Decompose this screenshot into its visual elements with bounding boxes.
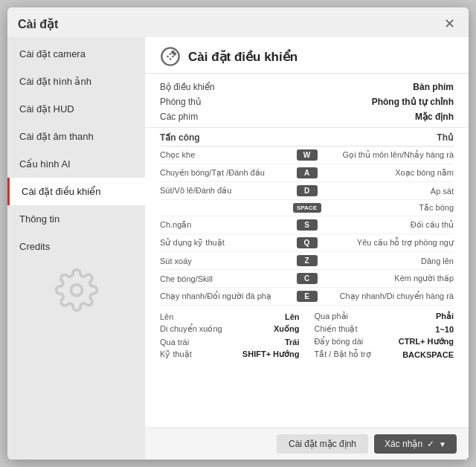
dir-left-value: SHIFT+ Hướng	[242, 350, 300, 359]
controller-icon	[160, 46, 181, 67]
reset-button[interactable]: Cài đặt mặc định	[277, 434, 368, 454]
direction-row: Di chuyển xuống Xuống Chiến thuật 1~10	[160, 323, 454, 335]
keybind-row: Sút xoáy Z Dâng lên	[160, 252, 454, 270]
confirm-label: Xác nhận	[385, 439, 422, 449]
sidebar-item-credits[interactable]: Credits	[7, 233, 145, 260]
info-value: Mặc định	[415, 112, 454, 122]
keybind-row: Chuyền bóng/Tạt /Đánh đầu A Xoạc bóng nằ…	[160, 164, 454, 182]
keybind-row: SPACE Tắc bóng	[160, 200, 454, 216]
dir-right: Tắt / Bật hỗ trợ BACKSPACE	[315, 350, 454, 359]
keybind-row: Che bóng/Skill C Kèm người thấp	[160, 270, 454, 288]
defend-label: Xoạc bóng nằm	[321, 168, 454, 178]
dir-right-label: Chiến thuật	[315, 324, 358, 334]
info-row: Bộ điều khiểnBàn phím	[160, 80, 454, 94]
keybind-rows: Chọc khe W Gọi thủ môn lên/Nhảy hàng rà …	[160, 146, 454, 306]
attack-label: Chuyền bóng/Tạt /Đánh đầu	[160, 168, 294, 178]
keybind-section: Tấn công Thủ Chọc khe W Gọi thủ môn lên/…	[145, 128, 469, 428]
dir-left-label: Kỹ thuật	[160, 350, 192, 359]
dir-left-label: Di chuyển xuống	[160, 324, 222, 334]
dir-right-value: 1~10	[435, 325, 454, 334]
key-badge: SPACE	[293, 203, 321, 213]
keybind-row: Ch.ngắn S Đối cầu thủ	[160, 216, 454, 234]
dir-right-label: Đẩy bóng dài	[315, 337, 364, 347]
key-badge: D	[297, 185, 318, 196]
keybind-row: Sút/Vô lê/Đánh đầu D Áp sát	[160, 182, 454, 200]
svg-point-1	[161, 48, 178, 65]
attack-label: Sử dụng kỹ thuật	[160, 238, 294, 248]
main-title: Cài đặt điều khiển	[188, 49, 298, 65]
info-label: Các phím	[160, 112, 198, 122]
attack-header: Tấn công	[160, 132, 307, 143]
defend-label: Dâng lên	[321, 257, 454, 265]
content-area: Cài đặt cameraCài đặt hình ảnhCài đặt HU…	[7, 37, 469, 460]
info-row: Các phímMặc định	[160, 109, 454, 124]
dir-right-value: BACKSPACE	[402, 350, 454, 359]
title-bar: Cài đặt ✕	[7, 7, 469, 37]
attack-label: Sút/Vô lê/Đánh đầu	[160, 186, 294, 196]
dir-right-label: Qua phải	[315, 312, 349, 321]
sidebar-item-hinh-anh[interactable]: Cài đặt hình ảnh	[7, 68, 145, 95]
sidebar-item-camera[interactable]: Cài đặt camera	[7, 40, 145, 68]
defend-label: Yêu cầu hỗ trợ phòng ngự	[321, 238, 454, 248]
key-badge: C	[297, 273, 318, 284]
key-badge: A	[297, 167, 318, 178]
dir-right: Qua phải Phải	[315, 312, 454, 321]
sidebar-item-am-thanh[interactable]: Cài đặt âm thanh	[7, 123, 145, 150]
direction-section: Lên Lên Qua phải Phải Di chuyển xuống Xu…	[160, 306, 454, 361]
dropdown-arrow-icon[interactable]: ▼	[439, 440, 446, 448]
dir-right-value: Phải	[436, 312, 454, 321]
keybind-header: Tấn công Thủ	[160, 128, 454, 146]
dir-left-value: Xuống	[274, 324, 300, 334]
direction-row: Qua trái Trái Đẩy bóng dài CTRL+ Hướng	[160, 335, 454, 348]
attack-label: Chạy nhanh/Đổi người đá phạ	[160, 292, 294, 301]
attack-label: Che bóng/Skill	[160, 274, 294, 283]
footer-bar: Cài đặt mặc định Xác nhận ✓ ▼	[145, 428, 469, 460]
svg-point-0	[71, 285, 82, 296]
attack-label: Sút xoáy	[160, 257, 294, 265]
close-button[interactable]: ✕	[440, 15, 458, 33]
dir-right-value: CTRL+ Hướng	[399, 337, 454, 347]
info-rows: Bộ điều khiểnBàn phímPhòng thủPhòng thủ …	[145, 74, 469, 128]
dir-right: Đẩy bóng dài CTRL+ Hướng	[315, 337, 454, 347]
defend-header: Thủ	[307, 132, 454, 143]
dir-left-label: Qua trái	[160, 338, 189, 347]
gear-icon	[7, 260, 145, 320]
key-badge: S	[297, 219, 318, 231]
settings-window: Cài đặt ✕ Cài đặt cameraCài đặt hình ảnh…	[7, 7, 469, 460]
defend-label: Tắc bóng	[324, 203, 454, 213]
direction-row: Kỹ thuật SHIFT+ Hướng Tắt / Bật hỗ trợ B…	[160, 348, 454, 361]
keybind-row: Chọc khe W Gọi thủ môn lên/Nhảy hàng rà	[160, 146, 454, 164]
keybind-row: Chạy nhanh/Đổi người đá phạ E Chạy nhanh…	[160, 288, 454, 306]
attack-label: Ch.ngắn	[160, 220, 294, 230]
info-label: Bộ điều khiển	[160, 82, 215, 92]
attack-label: Chọc khe	[160, 150, 294, 160]
main-header: Cài đặt điều khiển	[145, 37, 469, 74]
sidebar-item-dieu-khien[interactable]: Cài đặt điều khiển	[7, 178, 145, 205]
direction-row: Lên Lên Qua phải Phải	[160, 310, 454, 323]
main-panel: Cài đặt điều khiển Bộ điều khiểnBàn phím…	[145, 37, 469, 460]
dir-left: Di chuyển xuống Xuống	[160, 324, 300, 334]
defend-label: Đối cầu thủ	[321, 220, 454, 230]
sidebar-item-cau-hinh-ai[interactable]: Cấu hình AI	[7, 150, 145, 178]
info-row: Phòng thủPhòng thủ tự chỉnh	[160, 94, 454, 109]
key-badge: Z	[297, 255, 318, 266]
dir-left: Kỹ thuật SHIFT+ Hướng	[160, 350, 300, 359]
keybind-row: Sử dụng kỹ thuật Q Yêu cầu hỗ trợ phòng …	[160, 234, 454, 252]
svg-point-7	[172, 51, 173, 53]
window-title: Cài đặt	[18, 17, 58, 31]
defend-label: Kèm người thấp	[321, 274, 454, 283]
checkmark-icon: ✓	[427, 439, 434, 449]
sidebar-item-thong-tin[interactable]: Thông tin	[7, 205, 145, 233]
dir-right: Chiến thuật 1~10	[315, 324, 454, 334]
defend-label: Chạy nhanh/Di chuyển hàng rà	[321, 292, 454, 301]
key-badge: W	[297, 149, 318, 161]
dir-right-label: Tắt / Bật hỗ trợ	[315, 350, 371, 359]
dir-left: Qua trái Trái	[160, 338, 300, 347]
sidebar-item-hud[interactable]: Cài đặt HUD	[7, 95, 145, 123]
info-label: Phòng thủ	[160, 97, 202, 107]
info-value: Bàn phím	[413, 82, 454, 92]
defend-label: Áp sát	[321, 187, 454, 196]
confirm-button[interactable]: Xác nhận ✓ ▼	[374, 434, 457, 454]
info-value: Phòng thủ tự chỉnh	[372, 97, 454, 107]
dir-left-value: Lên	[285, 312, 300, 321]
